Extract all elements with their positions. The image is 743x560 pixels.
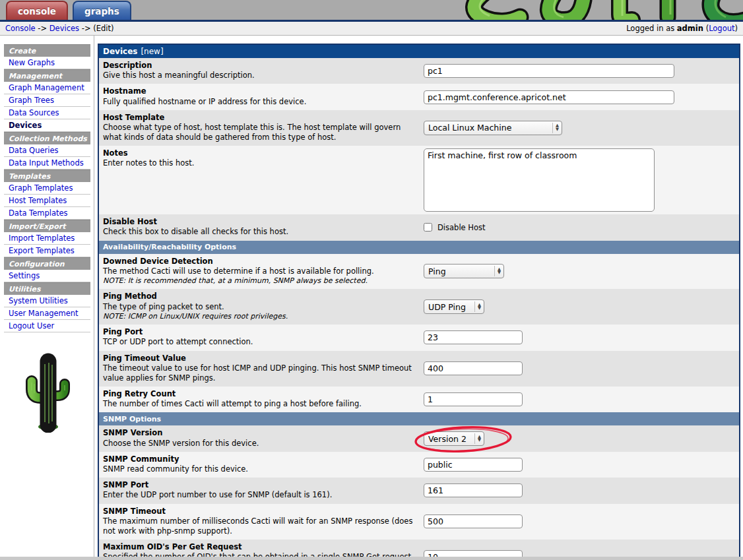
ping-port-input[interactable] — [424, 330, 523, 344]
snmp-community-input[interactable] — [424, 458, 523, 472]
breadcrumb-devices[interactable]: Devices — [49, 24, 79, 33]
field-description: Give this host a meaningful description. — [103, 71, 417, 80]
ping-timeout-value-input[interactable] — [424, 361, 523, 375]
field-label-cell: Ping Timeout ValueThe timeout value to u… — [99, 351, 424, 387]
host-template-select-wrap: Local Linux Machine▲▼ — [424, 121, 562, 135]
sidebar-item-user-management[interactable]: User Management — [4, 307, 90, 320]
select-spinner-icon: ▲▼ — [494, 266, 503, 276]
select-spinner-icon: ▲▼ — [474, 301, 484, 312]
snmp-version-select[interactable]: Version 2▲▼ — [424, 431, 484, 446]
sidebar-item-create: Create — [4, 44, 90, 57]
field-description: Enter notes to this host. — [103, 158, 417, 168]
field-description: The timeout value to use for host ICMP a… — [103, 363, 417, 383]
tab-console-label: console — [18, 6, 56, 16]
field-label-cell: HostnameFully qualified hostname or IP a… — [99, 84, 424, 109]
field-label-cell: NotesEnter notes to this host. — [99, 146, 424, 214]
breadcrumb-console[interactable]: Console — [5, 24, 36, 33]
disable-host-checkbox[interactable] — [424, 223, 432, 232]
field-control-cell: UDP Ping▲▼ — [424, 289, 739, 325]
tab-console[interactable]: console — [6, 1, 68, 20]
field-control-cell — [424, 146, 739, 214]
field-description: The type of ping packet to sent. — [103, 302, 417, 312]
select-spinner-icon: ▲▼ — [474, 433, 484, 444]
sidebar-item-graph-templates[interactable]: Graph Templates — [4, 182, 90, 195]
sidebar-item-data-queries[interactable]: Data Queries — [4, 144, 90, 157]
sidebar-item-templates: Templates — [4, 170, 90, 182]
cacti-page: console graphs Console -> Devices -> — [0, 0, 743, 560]
field-label-cell: SNMP VersionChoose the SNMP version for … — [99, 425, 424, 451]
login-status: Logged in as admin (Logout) — [626, 24, 738, 33]
cacti-banner-logo — [459, 0, 743, 22]
section-header-availability-reachability-options: Availability/Reachability Options — [99, 241, 739, 254]
host-template-select[interactable]: Local Linux Machine▲▼ — [424, 121, 562, 135]
field-label: Ping Method — [103, 292, 417, 301]
sidebar-item-management: Management — [4, 69, 90, 82]
sidebar: CreateNew GraphsManagementGraph Manageme… — [0, 36, 94, 560]
field-label: SNMP Version — [103, 428, 417, 438]
select-value: Local Linux Machine — [428, 123, 550, 133]
field-control-cell — [424, 325, 739, 350]
select-spinner-icon: ▲▼ — [552, 123, 562, 133]
field-label-cell: Ping PortTCP or UDP port to attempt conn… — [99, 325, 424, 350]
field-label: Hostname — [103, 86, 417, 96]
sidebar-item-collection-methods: Collection Methods — [4, 132, 90, 144]
sidebar-item-import-templates[interactable]: Import Templates — [4, 232, 90, 245]
form-row-snmp-port: SNMP PortEnter the UDP port number to us… — [99, 478, 739, 503]
form-row-notes: NotesEnter notes to this host. — [99, 146, 739, 214]
field-label: Ping Timeout Value — [103, 354, 417, 363]
ping-retry-count-input[interactable] — [424, 392, 523, 406]
cactus-logo — [17, 352, 78, 433]
sidebar-item-settings[interactable]: Settings — [4, 270, 90, 282]
ping-method-select[interactable]: UDP Ping▲▼ — [424, 299, 484, 314]
field-description: SNMP read community for this device. — [103, 464, 417, 474]
section-header-snmp-options: SNMP Options — [99, 412, 739, 425]
field-control-cell: Version 2▲▼ — [424, 425, 739, 451]
breadcrumb-bar: Console -> Devices -> (Edit) Logged in a… — [0, 22, 743, 36]
field-label: SNMP Port — [103, 480, 417, 490]
sidebar-menu: CreateNew GraphsManagementGraph Manageme… — [4, 44, 94, 332]
top-banner: console graphs — [0, 0, 743, 22]
snmp-timeout-input[interactable] — [424, 514, 523, 528]
select-value: Version 2 — [428, 434, 472, 444]
form-title: Devices — [103, 47, 137, 56]
notes-textarea[interactable] — [424, 148, 655, 212]
field-label-cell: DescriptionGive this host a meaningful d… — [99, 58, 424, 84]
sidebar-item-logout-user[interactable]: Logout User — [4, 320, 90, 332]
form-row-ping-method: Ping MethodThe type of ping packet to se… — [99, 289, 739, 325]
sidebar-item-host-templates[interactable]: Host Templates — [4, 195, 90, 207]
field-label: Description — [103, 61, 417, 71]
field-label: Maximum OID's Per Get Request — [103, 542, 417, 552]
field-control-cell: Local Linux Machine▲▼ — [424, 110, 739, 146]
sidebar-item-data-input-methods[interactable]: Data Input Methods — [4, 157, 90, 170]
logout-link[interactable]: Logout — [709, 24, 734, 33]
sidebar-item-new-graphs[interactable]: New Graphs — [4, 57, 90, 69]
tab-graphs-label: graphs — [84, 6, 119, 16]
login-prefix: Logged in as — [626, 24, 674, 33]
field-label: Disable Host — [103, 217, 417, 227]
sidebar-item-import-export: Import/Export — [4, 220, 90, 232]
sidebar-item-graph-management[interactable]: Graph Management — [4, 82, 90, 94]
field-description: Fully qualified hostname or IP address f… — [103, 97, 417, 107]
sidebar-item-utilities: Utilities — [4, 282, 90, 295]
sidebar-item-export-templates[interactable]: Export Templates — [4, 245, 90, 257]
sidebar-item-data-templates[interactable]: Data Templates — [4, 207, 90, 220]
tab-graphs[interactable]: graphs — [73, 1, 131, 20]
sidebar-item-devices[interactable]: Devices — [4, 119, 90, 132]
field-control-cell — [424, 351, 739, 387]
sidebar-item-system-utilities[interactable]: System Utilities — [4, 295, 90, 307]
field-description: TCP or UDP port to attempt connection. — [103, 337, 417, 347]
sidebar-item-graph-trees[interactable]: Graph Trees — [4, 94, 90, 107]
breadcrumb: Console -> Devices -> (Edit) — [5, 24, 113, 33]
form-row-disable-host: Disable HostCheck this box to disable al… — [99, 214, 739, 240]
snmp-port-input[interactable] — [424, 483, 523, 497]
field-label-cell: SNMP CommunitySNMP read community for th… — [99, 452, 424, 478]
hostname-input[interactable] — [424, 90, 674, 104]
form-row-hostname: HostnameFully qualified hostname or IP a… — [99, 84, 739, 109]
downed-device-detection-select[interactable]: Ping▲▼ — [424, 264, 504, 278]
field-label: Host Template — [103, 113, 417, 123]
field-label-cell: SNMP TimeoutThe maximum number of millis… — [99, 504, 424, 540]
sidebar-item-data-sources[interactable]: Data Sources — [4, 107, 90, 119]
device-form: Devices [new] DescriptionGive this host … — [98, 44, 740, 560]
description-input[interactable] — [424, 64, 674, 78]
checkbox-label: Disable Host — [437, 223, 486, 232]
